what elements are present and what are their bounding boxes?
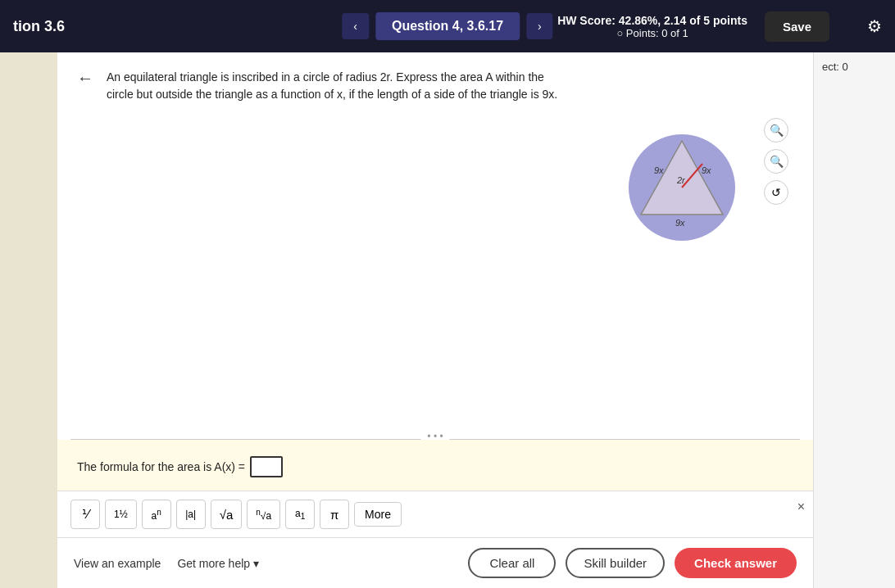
zoom-in-icon[interactable]: 🔍 xyxy=(764,118,788,142)
svg-text:9x: 9x xyxy=(654,165,664,175)
check-answer-button[interactable]: Check answer xyxy=(675,548,797,578)
question-nav: ‹ Question 4, 3.6.17 › xyxy=(342,12,552,40)
right-sidebar: ect: 0 xyxy=(813,52,895,588)
pi-button[interactable]: π xyxy=(320,500,349,529)
math-toolbar: ⅟ 1½ an |a| √a n√a a1 π More × xyxy=(57,491,813,537)
pi-icon: π xyxy=(330,508,338,522)
divider-dots: • • • xyxy=(420,431,449,440)
save-button[interactable]: Save xyxy=(765,11,829,42)
nthroot-button[interactable]: n√a xyxy=(247,500,280,529)
mixed-number-button[interactable]: 1½ xyxy=(105,500,137,529)
bottom-bar: View an example Get more help ▾ Clear al… xyxy=(57,537,813,588)
answer-label: The formula for the area is A(x) = xyxy=(77,456,793,477)
diagram-container: 9x 9x 2r 9x xyxy=(616,118,747,249)
next-icon: › xyxy=(538,20,542,33)
fraction-icon: ⅟ xyxy=(82,507,89,522)
skill-builder-button[interactable]: Skill builder xyxy=(566,548,665,578)
abs-button[interactable]: |a| xyxy=(176,500,206,529)
mixed-icon: 1½ xyxy=(114,509,128,520)
subscript-icon: a1 xyxy=(295,508,305,521)
exponent-button[interactable]: an xyxy=(142,500,171,529)
header: tion 3.6 ‹ Question 4, 3.6.17 › HW Score… xyxy=(0,0,895,52)
clear-all-button[interactable]: Clear all xyxy=(468,548,556,578)
get-help-button[interactable]: Get more help ▾ xyxy=(177,557,259,570)
question-label: Question 4, 3.6.17 xyxy=(375,12,520,40)
svg-text:2r: 2r xyxy=(676,175,686,185)
svg-text:9x: 9x xyxy=(702,165,711,175)
settings-icon[interactable]: ⚙ xyxy=(867,16,882,36)
answer-area: The formula for the area is A(x) = xyxy=(57,440,813,491)
fraction-button[interactable]: ⅟ xyxy=(70,500,100,529)
next-question-button[interactable]: › xyxy=(526,13,553,39)
prev-icon: ‹ xyxy=(353,20,357,33)
points-label: ○ Points: 0 of 1 xyxy=(557,27,747,39)
score-section: HW Score: 42.86%, 2.14 of 5 points ○ Poi… xyxy=(557,14,747,39)
prev-question-button[interactable]: ‹ xyxy=(342,13,369,39)
bottom-left: View an example Get more help ▾ xyxy=(74,557,259,570)
main-content: ← An equilateral triangle is inscribed i… xyxy=(57,52,813,588)
nthroot-icon: n√a xyxy=(256,508,271,522)
exponent-icon: an xyxy=(152,508,161,522)
zoom-out-icon[interactable]: 🔍 xyxy=(764,149,788,174)
back-icon: ← xyxy=(77,69,93,87)
svg-text:9x: 9x xyxy=(675,218,685,228)
answer-prefix: The formula for the area is A(x) = xyxy=(77,460,245,473)
left-sidebar xyxy=(0,52,57,588)
more-button[interactable]: More xyxy=(354,502,402,527)
abs-icon: |a| xyxy=(185,509,196,520)
correct-count: ect: 0 xyxy=(822,61,848,73)
points-circle-icon: ○ xyxy=(616,27,623,39)
hw-score-label: HW Score: 42.86%, 2.14 of 5 points xyxy=(557,14,747,27)
refresh-icon[interactable]: ↺ xyxy=(764,180,788,205)
view-example-button[interactable]: View an example xyxy=(74,557,161,570)
sqrt-button[interactable]: √a xyxy=(211,500,243,529)
back-button[interactable]: ← xyxy=(77,69,93,88)
circle-diagram: 9x 9x 2r 9x xyxy=(616,118,747,249)
question-text: An equilateral triangle is inscribed in … xyxy=(107,69,566,103)
question-area: ← An equilateral triangle is inscribed i… xyxy=(57,52,813,440)
answer-input[interactable] xyxy=(250,456,283,477)
subscript-button[interactable]: a1 xyxy=(285,500,315,529)
bottom-right: Clear all Skill builder Check answer xyxy=(468,548,797,578)
sqrt-icon: √a xyxy=(220,508,234,522)
diagram-icons: 🔍 🔍 ↺ xyxy=(764,118,788,205)
section-label: tion 3.6 xyxy=(13,18,111,35)
toolbar-close-button[interactable]: × xyxy=(797,500,805,514)
